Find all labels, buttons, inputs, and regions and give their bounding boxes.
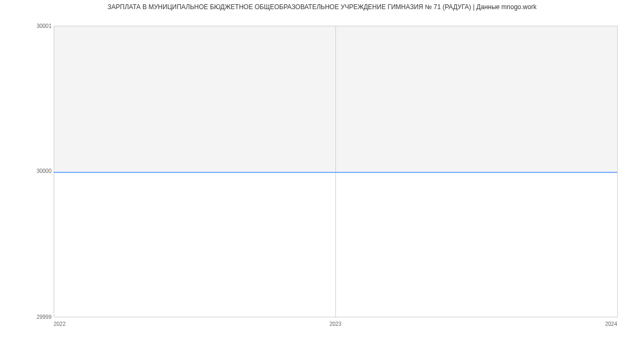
y-tick-label-mid: 30000 bbox=[36, 168, 52, 174]
x-tick-label-2022: 2022 bbox=[54, 321, 65, 327]
x-tick-label-2023: 2023 bbox=[330, 321, 341, 327]
y-tick-label-bottom: 29999 bbox=[36, 314, 52, 320]
y-tick-label-top: 30001 bbox=[36, 23, 52, 29]
plot-area bbox=[54, 26, 618, 317]
x-tick-label-2024: 2024 bbox=[605, 321, 617, 327]
series-line-salary bbox=[54, 172, 617, 173]
chart-container: ЗАРПЛАТА В МУНИЦИПАЛЬНОЕ БЮДЖЕТНОЕ ОБЩЕО… bbox=[0, 0, 644, 349]
chart-title: ЗАРПЛАТА В МУНИЦИПАЛЬНОЕ БЮДЖЕТНОЕ ОБЩЕО… bbox=[0, 3, 644, 11]
